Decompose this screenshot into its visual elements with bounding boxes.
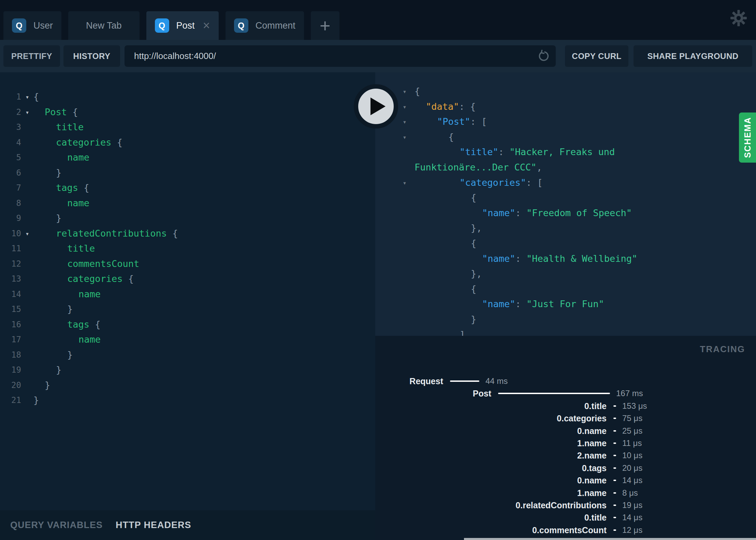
tab-label: User [33, 20, 53, 31]
fold-gutter [395, 327, 415, 336]
tracing-title: TRACING [700, 344, 745, 355]
query-line: 17name [0, 332, 375, 347]
fold-gutter [21, 241, 33, 256]
close-tab-icon[interactable]: × [203, 19, 210, 32]
code-text: title [33, 120, 84, 135]
fold-gutter [395, 312, 415, 327]
editor-bottom-bar: QUERY VARIABLES HTTP HEADERS [0, 510, 375, 540]
response-line: Funktionäre...Der CCC", [375, 160, 756, 175]
fold-gutter [395, 145, 415, 160]
code-text: { [415, 190, 476, 206]
query-variables-tab[interactable]: QUERY VARIABLES [10, 520, 103, 530]
toolbar: PRETTIFY HISTORY http://localhost:4000/ … [0, 40, 756, 72]
tab-comment[interactable]: QComment [226, 11, 304, 40]
horizontal-scrollbar[interactable] [464, 538, 756, 540]
code-text: } [33, 211, 61, 226]
schema-side-tab-label: SCHEMA [743, 117, 753, 158]
tracing-field-label: 0.tags [582, 462, 607, 474]
code-text: "categories": [ [415, 175, 543, 191]
tabs: QUserNew TabQPost×QComment [3, 11, 311, 40]
tracing-duration-bar [498, 393, 610, 394]
reload-schema-icon[interactable] [537, 50, 550, 63]
prettify-button[interactable]: PRETTIFY [3, 45, 60, 67]
fold-arrow-icon[interactable]: ▾ [21, 226, 33, 241]
tracing-duration-value: 153 μs [622, 400, 647, 412]
code-text: title [33, 241, 95, 256]
tracing-duration-bar [450, 380, 479, 382]
code-text: relatedContributions { [33, 226, 178, 241]
fold-arrow-icon[interactable]: ▾ [395, 114, 415, 130]
tab-bar: QUserNew TabQPost×QComment + [0, 0, 756, 40]
fold-gutter [21, 256, 33, 272]
tracing-duration-value: 20 μs [622, 462, 642, 474]
fold-gutter [395, 297, 415, 312]
line-number: 3 [0, 120, 21, 135]
line-number: 19 [0, 362, 21, 378]
query-line: 11title [0, 241, 375, 256]
query-editor[interactable]: 1▾{2▾Post {3title4categories {5name6}7ta… [0, 72, 375, 510]
fold-gutter [395, 160, 415, 175]
fold-gutter [21, 347, 33, 363]
code-text: } [33, 393, 39, 408]
query-line: 4categories { [0, 135, 375, 150]
graphql-playground-window: QUserNew TabQPost×QComment + PRETTIFY HI… [0, 0, 756, 540]
line-number: 20 [0, 378, 21, 393]
code-text: } [33, 165, 61, 181]
tracing-duration-value: 25 μs [622, 425, 642, 437]
fold-gutter [395, 282, 415, 297]
query-badge: Q [155, 18, 169, 33]
line-number: 21 [0, 393, 21, 408]
tab-new-tab[interactable]: New Tab [68, 11, 140, 40]
tab-post[interactable]: QPost× [146, 11, 219, 40]
share-playground-button[interactable]: SHARE PLAYGROUND [634, 45, 752, 67]
fold-arrow-icon[interactable]: ▾ [395, 84, 415, 99]
fold-arrow-icon[interactable]: ▾ [21, 89, 33, 105]
execute-query-button[interactable] [354, 84, 398, 129]
http-headers-tab[interactable]: HTTP HEADERS [116, 520, 191, 530]
tracing-duration-value: 75 μs [622, 412, 642, 424]
tracing-duration-value: 10 μs [622, 449, 642, 462]
fold-gutter [21, 393, 33, 408]
tracing-duration-bar [613, 405, 616, 407]
new-tab-button[interactable]: + [311, 11, 339, 40]
line-number: 5 [0, 150, 21, 165]
schema-side-tab[interactable]: SCHEMA [739, 112, 756, 163]
tab-label: New Tab [86, 20, 122, 31]
tracing-row: 0.title14 μs [375, 511, 756, 524]
response-line: ▾"categories": [ [375, 175, 756, 191]
endpoint-url-input[interactable]: http://localhost:4000/ [125, 45, 556, 67]
query-line: 18} [0, 347, 375, 363]
fold-gutter [395, 251, 415, 267]
settings-gear-icon[interactable] [730, 10, 747, 27]
fold-arrow-icon[interactable]: ▾ [395, 175, 415, 191]
tracing-duration-value: 11 μs [622, 437, 642, 449]
tracing-row: 0.title153 μs [375, 400, 756, 412]
copy-curl-button[interactable]: COPY CURL [565, 45, 628, 67]
tracing-duration-bar [613, 505, 616, 506]
line-number: 16 [0, 317, 21, 332]
tracing-field-label: Post [473, 387, 491, 400]
line-number: 11 [0, 241, 21, 256]
fold-gutter [21, 211, 33, 226]
code-text: "name": "Freedom of Speech" [415, 206, 632, 221]
tracing-duration-value: 19 μs [622, 499, 642, 511]
fold-gutter [395, 266, 415, 282]
line-number: 17 [0, 332, 21, 347]
tab-user[interactable]: QUser [3, 11, 61, 40]
history-button[interactable]: HISTORY [63, 45, 120, 67]
response-line: "title": "Hacker, Freaks und [375, 145, 756, 160]
fold-arrow-icon[interactable]: ▾ [21, 105, 33, 120]
fold-arrow-icon[interactable]: ▾ [395, 130, 415, 145]
line-number: 8 [0, 196, 21, 211]
code-text: { [415, 282, 476, 297]
response-line: { [375, 236, 756, 251]
fold-gutter [21, 120, 33, 135]
fold-gutter [21, 271, 33, 287]
tracing-duration-bar [613, 517, 616, 518]
query-line: 9} [0, 211, 375, 226]
fold-gutter [21, 362, 33, 378]
tracing-row: 0.tags20 μs [375, 462, 756, 474]
response-line: { [375, 282, 756, 297]
code-text: categories { [33, 135, 122, 150]
fold-gutter [21, 150, 33, 165]
